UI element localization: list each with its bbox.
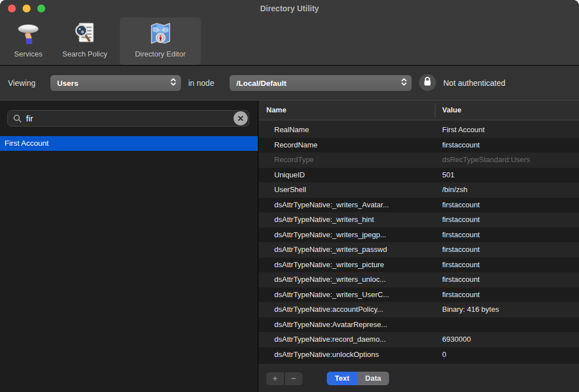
attribute-value-cell[interactable]: firstaccount <box>442 258 579 273</box>
auth-status-text: Not authenticated <box>443 66 505 100</box>
table-row[interactable]: dsAttrTypeNative:AvatarReprese... <box>258 317 579 333</box>
table-row[interactable]: dsAttrTypeNative:_writers_hint firstacco… <box>258 212 579 228</box>
minimize-button[interactable] <box>23 5 31 12</box>
table-row[interactable]: RecordName firstaccount <box>258 138 579 153</box>
table-row[interactable]: dsAttrTypeNative:_writers_passwd firstac… <box>258 242 579 258</box>
directory-editor-map-icon <box>147 20 174 48</box>
table-row[interactable]: dsAttrTypeNative:accountPolicy... Binary… <box>258 302 579 317</box>
record-list-item[interactable]: First Account <box>0 136 258 151</box>
attribute-name-cell[interactable]: RecordType <box>258 153 442 168</box>
window-chrome: Directory Utility <box>0 0 579 66</box>
lock-closed-icon <box>423 76 432 89</box>
attribute-name-cell[interactable]: dsAttrTypeNative:accountPolicy... <box>258 302 442 317</box>
table-row[interactable]: dsAttrTypeNative:_writers_jpegp... first… <box>258 228 579 243</box>
close-button[interactable] <box>8 5 16 12</box>
window-title: Directory Utility <box>0 0 579 17</box>
attribute-value-cell[interactable]: firstaccount <box>442 228 579 243</box>
toolbar: Services Search Poli <box>0 17 579 66</box>
directory-utility-window: Directory Utility <box>0 0 579 392</box>
attribute-value-cell[interactable]: 0 <box>442 347 579 363</box>
attribute-value-cell[interactable]: firstaccount <box>442 272 579 288</box>
toolbar-item-directory-editor[interactable]: Directory Editor <box>120 18 201 65</box>
attribute-value-cell[interactable] <box>442 317 579 333</box>
attribute-value-cell[interactable]: firstaccount <box>442 212 579 228</box>
attribute-name-cell[interactable]: dsAttrTypeNative:_writers_UserC... <box>258 288 442 303</box>
viewing-popup[interactable]: Users <box>50 75 181 91</box>
table-row[interactable]: dsAttrTypeNative:_writers_picture firsta… <box>258 258 579 273</box>
toolbar-label-services: Services <box>14 50 42 58</box>
record-list-panel: fir First Account <box>0 101 258 392</box>
table-row[interactable]: RealName First Account <box>258 123 579 138</box>
attribute-name-cell[interactable]: dsAttrTypeNative:unlockOptions <box>258 347 442 363</box>
content-area: fir First Account Name Value <box>0 101 579 392</box>
attribute-name-cell[interactable]: RealName <box>258 123 442 138</box>
services-tray-icon <box>14 20 42 48</box>
attribute-value-cell[interactable]: 6930000 <box>442 332 579 347</box>
add-attribute-button[interactable]: + <box>266 372 284 385</box>
table-row[interactable]: dsAttrTypeNative:_writers_unloc... first… <box>258 272 579 288</box>
column-header-name[interactable]: Name <box>266 101 286 120</box>
node-popup[interactable]: /Local/Default <box>230 75 412 91</box>
table-row[interactable]: dsAttrTypeNative:unlockOptions 0 <box>258 347 579 363</box>
segment-text[interactable]: Text <box>327 372 357 385</box>
chevron-up-down-icon <box>170 77 176 89</box>
remove-attribute-button[interactable]: − <box>285 372 303 385</box>
chevron-up-down-icon <box>401 77 407 89</box>
attribute-value-cell[interactable]: 501 <box>442 168 579 183</box>
attribute-value-cell[interactable]: firstaccount <box>442 198 579 213</box>
search-field[interactable]: fir <box>7 110 249 127</box>
attribute-value-cell[interactable]: firstaccount <box>442 242 579 258</box>
toolbar-label-directory-editor: Directory Editor <box>135 50 186 58</box>
toolbar-item-search-policy[interactable]: Search Policy <box>53 18 117 65</box>
text-data-segmented-control: Text Data <box>327 372 389 385</box>
titlebar: Directory Utility <box>0 0 579 17</box>
attribute-name-cell[interactable]: dsAttrTypeNative:_writers_passwd <box>258 242 442 258</box>
attribute-value-cell[interactable]: firstaccount <box>442 288 579 303</box>
attribute-name-cell[interactable]: dsAttrTypeNative:record_daemo... <box>258 332 442 347</box>
attribute-name-cell[interactable]: dsAttrTypeNative:_writers_hint <box>258 212 442 228</box>
search-input[interactable]: fir <box>26 114 234 123</box>
attribute-name-cell[interactable]: dsAttrTypeNative:_writers_jpegp... <box>258 228 442 243</box>
attribute-name-cell[interactable]: dsAttrTypeNative:_writers_unloc... <box>258 272 442 288</box>
attribute-name-cell[interactable]: UniqueID <box>258 168 442 183</box>
search-policy-icon <box>71 20 98 48</box>
attribute-value-cell[interactable]: dsRecTypeStandard:Users <box>442 153 579 168</box>
attribute-name-cell[interactable]: dsAttrTypeNative:AvatarReprese... <box>258 317 442 333</box>
table-row[interactable]: UniqueID 501 <box>258 168 579 183</box>
viewing-popup-value: Users <box>57 79 167 88</box>
attribute-name-cell[interactable]: dsAttrTypeNative:_writers_Avatar... <box>258 198 442 213</box>
table-row[interactable]: UserShell /bin/zsh <box>258 182 579 198</box>
table-row[interactable]: dsAttrTypeNative:_writers_UserC... first… <box>258 288 579 303</box>
in-node-label: in node <box>188 66 214 100</box>
viewing-label: Viewing <box>8 66 36 100</box>
toolbar-label-search-policy: Search Policy <box>62 50 107 58</box>
column-header-value[interactable]: Value <box>442 101 461 120</box>
zoom-button[interactable] <box>37 5 45 12</box>
attribute-name-cell[interactable]: UserShell <box>258 182 442 198</box>
table-row[interactable]: dsAttrTypeNative:record_daemo... 6930000 <box>258 332 579 347</box>
table-row[interactable]: RecordType dsRecTypeStandard:Users <box>258 153 579 168</box>
column-divider[interactable] <box>435 103 435 117</box>
attribute-name-cell[interactable]: RecordName <box>258 138 442 153</box>
table-row[interactable]: dsAttrTypeNative:_writers_Avatar... firs… <box>258 198 579 213</box>
attribute-name-cell[interactable]: dsAttrTypeNative:_writers_picture <box>258 258 442 273</box>
attribute-value-cell[interactable]: Binary: 416 bytes <box>442 302 579 317</box>
attribute-value-cell[interactable]: First Account <box>442 123 579 138</box>
node-popup-value: /Local/Default <box>236 79 397 88</box>
search-icon <box>13 114 22 123</box>
attribute-value-cell[interactable]: /bin/zsh <box>442 182 579 198</box>
table-header: Name Value <box>258 101 579 120</box>
toolbar-item-services[interactable]: Services <box>7 18 50 65</box>
attribute-editor-panel: Name Value RealName First Account Record… <box>258 101 579 392</box>
attribute-table[interactable]: RealName First Account RecordName firsta… <box>258 123 579 362</box>
clear-search-icon[interactable] <box>234 111 248 125</box>
table-footer-bar: + − Text Data <box>258 364 579 392</box>
authenticate-lock-button[interactable] <box>419 74 436 91</box>
attribute-value-cell[interactable]: firstaccount <box>442 138 579 153</box>
segment-data[interactable]: Data <box>357 372 389 385</box>
